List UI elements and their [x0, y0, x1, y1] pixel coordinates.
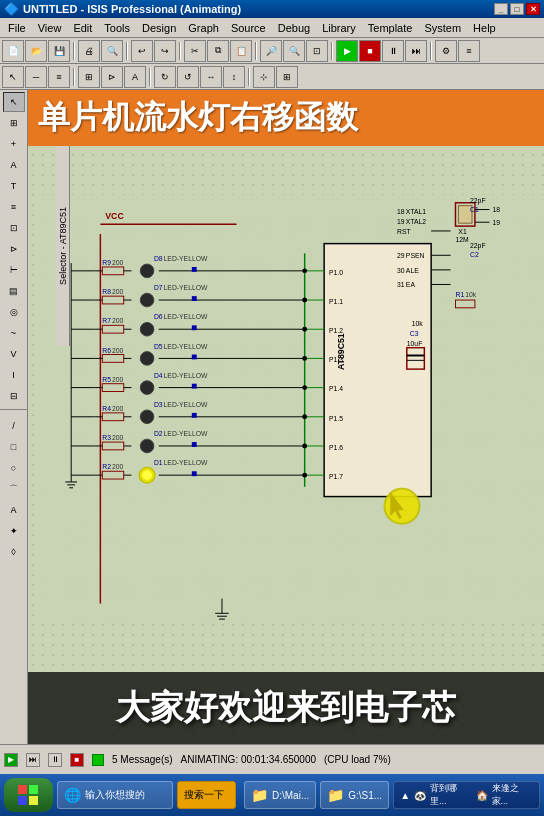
tool-generator[interactable]: ~ [3, 323, 25, 343]
svg-text:D8: D8 [154, 255, 163, 262]
tray-folder-1[interactable]: 📁 D:\Mai... [244, 781, 316, 809]
svg-text:18: 18 [492, 206, 500, 213]
windows-logo-icon [16, 783, 40, 807]
tb-copy[interactable]: ⧉ [207, 40, 229, 62]
menu-graph[interactable]: Graph [182, 21, 225, 35]
tb2-grid[interactable]: ⊞ [276, 66, 298, 88]
tool-tape[interactable]: ◎ [3, 302, 25, 322]
menu-design[interactable]: Design [136, 21, 182, 35]
tool-2d-line[interactable]: / [3, 416, 25, 436]
tool-text[interactable]: T [3, 176, 25, 196]
tool-junction[interactable]: + [3, 134, 25, 154]
svg-text:10uF: 10uF [407, 340, 423, 347]
tb-run[interactable]: ▶ [336, 40, 358, 62]
stop-btn[interactable]: ■ [70, 753, 84, 767]
svg-text:R8: R8 [102, 288, 111, 295]
search-taskbar-btn[interactable]: 搜索一下 [177, 781, 236, 809]
menu-tools[interactable]: Tools [98, 21, 136, 35]
tool-2d-text[interactable]: A [3, 500, 25, 520]
minimize-btn[interactable]: _ [494, 3, 508, 15]
svg-text:10k: 10k [465, 291, 477, 298]
tool-selector[interactable]: ↖ [3, 92, 25, 112]
tb-paste[interactable]: 📋 [230, 40, 252, 62]
tb-zoomout[interactable]: 🔍 [283, 40, 305, 62]
tb2-label[interactable]: A [124, 66, 146, 88]
tool-graph[interactable]: ▤ [3, 281, 25, 301]
tb2-snap[interactable]: ⊹ [253, 66, 275, 88]
search-label: 搜索一下 [184, 788, 224, 802]
tool-wire-label[interactable]: A [3, 155, 25, 175]
menu-edit[interactable]: Edit [67, 21, 98, 35]
svg-text:D6: D6 [154, 313, 163, 320]
tb2-wire[interactable]: ─ [25, 66, 47, 88]
tb-undo[interactable]: ↩ [131, 40, 153, 62]
tb-step[interactable]: ⏭ [405, 40, 427, 62]
tb-zoomin[interactable]: 🔎 [260, 40, 282, 62]
maximize-btn[interactable]: □ [510, 3, 524, 15]
tb-netlist[interactable]: ≡ [458, 40, 480, 62]
tool-instruments[interactable]: ⊟ [3, 386, 25, 406]
tool-2d-marker[interactable]: ◊ [3, 542, 25, 562]
tool-subcircuit[interactable]: ⊡ [3, 218, 25, 238]
tb-new[interactable]: 📄 [2, 40, 24, 62]
tb2-flip-h[interactable]: ↔ [200, 66, 222, 88]
pause-btn[interactable]: ⏸ [48, 753, 62, 767]
menu-template[interactable]: Template [362, 21, 419, 35]
menu-system[interactable]: System [418, 21, 467, 35]
sidebar-sep [0, 409, 27, 413]
tb-pause[interactable]: ⏸ [382, 40, 404, 62]
svg-point-72 [142, 470, 152, 480]
tb-preview[interactable]: 🔍 [101, 40, 123, 62]
svg-text:R7: R7 [102, 317, 111, 324]
tool-voltage-probe[interactable]: V [3, 344, 25, 364]
tool-2d-box[interactable]: □ [3, 437, 25, 457]
tool-bus[interactable]: ≡ [3, 197, 25, 217]
menu-source[interactable]: Source [225, 21, 272, 35]
tb2-rotate-ccw[interactable]: ↺ [177, 66, 199, 88]
menu-view[interactable]: View [32, 21, 68, 35]
tb-redo[interactable]: ↪ [154, 40, 176, 62]
tb2-sep2 [149, 68, 151, 86]
tool-current-probe[interactable]: I [3, 365, 25, 385]
svg-point-149 [302, 414, 307, 419]
step-btn[interactable]: ⏭ [26, 753, 40, 767]
play-btn[interactable]: ▶ [4, 753, 18, 767]
tool-2d-symbol[interactable]: ✦ [3, 521, 25, 541]
tool-component[interactable]: ⊞ [3, 113, 25, 133]
svg-rect-159 [192, 471, 197, 476]
menu-debug[interactable]: Debug [272, 21, 316, 35]
start-button[interactable] [4, 778, 53, 812]
menu-help[interactable]: Help [467, 21, 502, 35]
tb2-rotate-cw[interactable]: ↻ [154, 66, 176, 88]
svg-rect-158 [192, 442, 197, 447]
tb-print[interactable]: 🖨 [78, 40, 100, 62]
tool-terminal[interactable]: ⊳ [3, 239, 25, 259]
tool-2d-circle[interactable]: ○ [3, 458, 25, 478]
tb2-flip-v[interactable]: ↕ [223, 66, 245, 88]
menu-file[interactable]: File [2, 21, 32, 35]
tool-pin[interactable]: ⊢ [3, 260, 25, 280]
tb-prop[interactable]: ⚙ [435, 40, 457, 62]
tool-2d-arc[interactable]: ⌒ [3, 479, 25, 499]
svg-text:ALE: ALE [406, 267, 419, 274]
tb2-comp[interactable]: ⊞ [78, 66, 100, 88]
svg-text:EA: EA [406, 281, 416, 288]
svg-text:200: 200 [112, 376, 124, 383]
svg-text:C2: C2 [470, 251, 479, 258]
menu-library[interactable]: Library [316, 21, 362, 35]
tb2-select[interactable]: ↖ [2, 66, 24, 88]
svg-point-47 [140, 381, 154, 395]
close-btn[interactable]: ✕ [526, 3, 540, 15]
tb-save[interactable]: 💾 [48, 40, 70, 62]
tb2-bus[interactable]: ≡ [48, 66, 70, 88]
tb-cut[interactable]: ✂ [184, 40, 206, 62]
canvas-area[interactable]: Selector - AT89C51 单片机流水灯右移函数 [28, 90, 544, 744]
svg-text:30: 30 [397, 267, 405, 274]
tb2-terminal[interactable]: ⊳ [101, 66, 123, 88]
svg-rect-156 [192, 384, 197, 389]
tb-open[interactable]: 📂 [25, 40, 47, 62]
tray-folder-2[interactable]: 📁 G:\S1... [320, 781, 389, 809]
ie-taskbar-btn[interactable]: 🌐 输入你想搜的 [57, 781, 174, 809]
tb-zoomfit[interactable]: ⊡ [306, 40, 328, 62]
tb-stop[interactable]: ■ [359, 40, 381, 62]
